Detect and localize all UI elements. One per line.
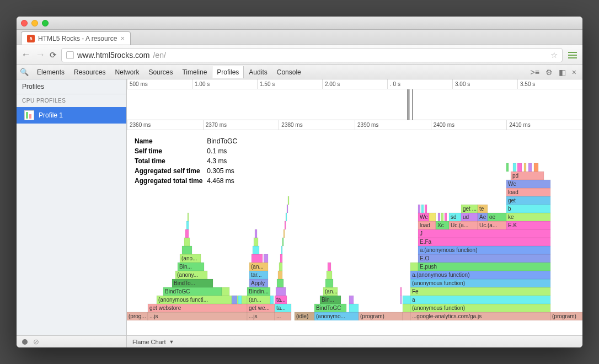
flame-frame-label: ta... — [276, 297, 286, 303]
flame-frame[interactable] — [288, 196, 289, 205]
flame-frame[interactable] — [403, 296, 410, 304]
flame-frame[interactable] — [513, 163, 516, 172]
flame-frame[interactable] — [400, 296, 402, 304]
minimize-window-button[interactable] — [31, 20, 38, 26]
flame-frame[interactable] — [270, 296, 274, 304]
flame-frame[interactable] — [285, 221, 286, 229]
search-icon[interactable]: 🔍 — [20, 68, 29, 76]
flame-frame[interactable] — [418, 254, 550, 263]
flame-frame[interactable] — [284, 229, 285, 238]
devtools-tab-profiles[interactable]: Profiles — [212, 66, 244, 78]
flame-frame[interactable] — [403, 312, 410, 320]
flame-frame[interactable] — [276, 287, 286, 296]
clear-button[interactable]: ⊘ — [33, 338, 39, 346]
flame-frame[interactable] — [185, 229, 189, 238]
flame-frame[interactable] — [252, 254, 263, 263]
flame-frame-label: J — [420, 231, 422, 237]
flame-frame[interactable] — [188, 213, 189, 221]
flame-frame[interactable] — [410, 296, 550, 304]
flame-frame[interactable] — [506, 163, 509, 172]
back-button[interactable]: ← — [21, 49, 31, 61]
flame-frame[interactable] — [418, 263, 550, 271]
flame-frame[interactable] — [148, 312, 247, 320]
settings-gear-icon[interactable]: ⚙ — [543, 68, 555, 77]
forward-button[interactable]: → — [35, 49, 45, 61]
devtools-tab-elements[interactable]: Elements — [33, 66, 69, 78]
flame-frame[interactable] — [421, 205, 424, 213]
timeline-overview[interactable]: 500 ms1.00 s1.50 s2.00 s. 0 s3.00 s3.50 … — [127, 79, 582, 120]
flame-frame[interactable] — [186, 221, 189, 229]
flame-frame[interactable] — [400, 287, 402, 296]
sidebar-profile-item[interactable]: Profile 1 — [17, 107, 126, 124]
console-toggle-icon[interactable]: >≡ — [527, 68, 542, 77]
flame-frame-label: a.(anonymous function) — [420, 247, 478, 253]
flame-frame[interactable] — [184, 238, 190, 246]
flame-frame-label: Uc.(a... — [451, 222, 468, 228]
flame-frame[interactable] — [280, 254, 282, 263]
close-devtools-icon[interactable]: × — [569, 68, 579, 77]
flame-frame[interactable] — [325, 279, 333, 287]
page-icon — [66, 51, 74, 59]
bookmark-star-icon[interactable]: ☆ — [550, 50, 558, 60]
overview-body[interactable] — [127, 89, 582, 120]
flame-frame[interactable] — [441, 213, 443, 221]
devtools-tab-network[interactable]: Network — [110, 66, 143, 78]
flame-frame[interactable] — [418, 229, 550, 238]
flame-frame[interactable] — [232, 296, 237, 304]
flame-frame[interactable] — [278, 271, 282, 279]
flame-frame[interactable] — [425, 205, 427, 213]
flame-frame[interactable] — [253, 246, 259, 254]
close-tab-icon[interactable]: × — [120, 34, 125, 42]
flame-frame[interactable] — [429, 213, 436, 221]
flame-frame-label: (prog... — [129, 313, 146, 319]
url-host: www.html5rocks.com — [77, 51, 149, 60]
flame-frame[interactable] — [182, 246, 192, 254]
flame-chart[interactable]: NameBindToGCSelf time0.1 msTotal time4.3… — [127, 130, 582, 335]
flame-frame[interactable] — [349, 296, 354, 304]
flame-frame[interactable] — [418, 205, 420, 213]
view-mode-dropdown[interactable]: Flame Chart ▼ — [127, 339, 179, 345]
devtools-tab-resources[interactable]: Resources — [69, 66, 110, 78]
address-bar[interactable]: www.html5rocks.com/en/ ☆ — [61, 48, 563, 62]
flame-frame[interactable] — [438, 213, 440, 221]
flame-frame[interactable] — [222, 287, 229, 296]
close-window-button[interactable] — [21, 20, 28, 26]
flame-frame[interactable] — [517, 163, 522, 172]
flame-frame[interactable] — [403, 304, 410, 312]
flame-frame[interactable] — [287, 205, 288, 213]
flame-frame[interactable] — [506, 205, 550, 213]
flame-frame[interactable] — [327, 271, 332, 279]
flame-frame[interactable] — [534, 163, 538, 172]
flame-frame[interactable] — [264, 254, 268, 263]
devtools-tab-timeline[interactable]: Timeline — [178, 66, 211, 78]
devtools-tab-sources[interactable]: Sources — [144, 66, 177, 78]
flame-frame-label: load — [420, 222, 430, 228]
flame-frame[interactable] — [238, 296, 242, 304]
tooltip-value: 4.3 ms — [207, 157, 240, 165]
flame-frame[interactable] — [328, 263, 331, 271]
flame-frame[interactable] — [279, 263, 282, 271]
chrome-menu-button[interactable] — [567, 52, 578, 58]
flame-frame[interactable] — [410, 287, 550, 296]
dock-side-icon[interactable]: ◧ — [556, 68, 569, 77]
devtools-tab-audits[interactable]: Audits — [244, 66, 271, 78]
flame-frame[interactable] — [255, 229, 257, 238]
browser-window: 5 HTML5 Rocks - A resource × ← → ⟳ www.h… — [17, 17, 582, 347]
zoom-window-button[interactable] — [42, 20, 49, 26]
flame-frame[interactable] — [277, 279, 284, 287]
flame-frame[interactable] — [524, 163, 526, 172]
flame-frame[interactable] — [418, 238, 550, 246]
flame-frame[interactable] — [286, 213, 287, 221]
browser-tab[interactable]: 5 HTML5 Rocks - A resource × — [21, 31, 131, 45]
flame-frame[interactable] — [254, 238, 258, 246]
tooltip-key: Self time — [135, 147, 206, 156]
flame-frame[interactable] — [281, 246, 282, 254]
flame-frame[interactable] — [410, 263, 418, 271]
flame-frame[interactable] — [528, 163, 532, 172]
flame-frame[interactable] — [349, 304, 359, 312]
reload-button[interactable]: ⟳ — [50, 50, 57, 60]
devtools-tab-console[interactable]: Console — [272, 66, 306, 78]
record-button[interactable] — [22, 339, 28, 345]
flame-frame[interactable] — [445, 213, 447, 221]
flame-frame[interactable] — [282, 238, 284, 246]
